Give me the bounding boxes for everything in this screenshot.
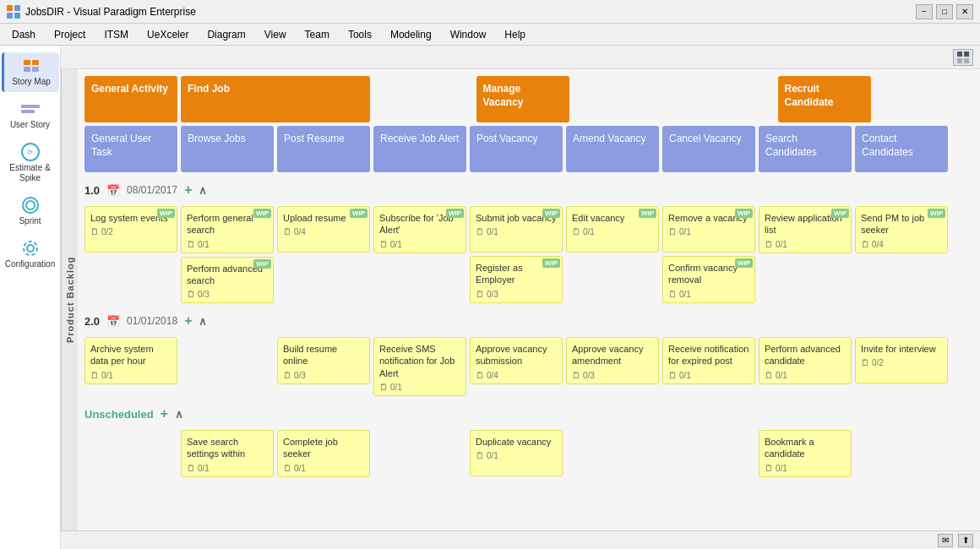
task-send-pm-job-seeker[interactable]: WIP Send PM to job seeker 🗒0/4 xyxy=(855,206,948,253)
menu-uexceler[interactable]: UeXceler xyxy=(139,26,197,43)
task-approve-vacancy-amendment[interactable]: Approve vacancy amendment 🗒0/3 xyxy=(566,337,659,384)
sprint-2-date: 01/01/2018 xyxy=(127,315,177,327)
sidebar-item-user-story[interactable]: User Story xyxy=(2,95,59,135)
sprint-2-collapse-button[interactable]: ∧ xyxy=(199,315,207,328)
epic-find-job[interactable]: Find Job xyxy=(181,76,370,122)
task-build-resume-online[interactable]: Build resume online 🗒0/3 xyxy=(277,337,370,384)
task-review-application-list[interactable]: WIP Review application list 🗒0/1 xyxy=(759,206,852,253)
task-upload-resume[interactable]: WIP Upload resume 🗒0/4 xyxy=(277,206,370,253)
story-post-vacancy[interactable]: Post Vacancy xyxy=(470,126,563,172)
epic-manage-vacancy[interactable]: Manage Vacancy xyxy=(476,76,569,122)
wip-badge: WIP xyxy=(253,259,271,269)
wip-badge: WIP xyxy=(735,209,753,218)
menu-diagram[interactable]: Diagram xyxy=(199,26,253,43)
task-footer: 🗒0/1 xyxy=(379,383,460,392)
close-button[interactable]: ✕ xyxy=(956,4,973,19)
menu-window[interactable]: Window xyxy=(442,26,495,43)
unscheduled-col-4: Duplicate vacancy 🗒0/1 xyxy=(470,430,563,477)
maximize-button[interactable]: □ xyxy=(936,4,953,19)
task-confirm-vacancy-removal[interactable]: WIP Confirm vacancy removal 🗒0/1 xyxy=(662,256,755,303)
story-post-resume[interactable]: Post Resume xyxy=(277,126,370,172)
task-complete-job-seeker[interactable]: Complete job seeker 🗒0/1 xyxy=(277,430,370,477)
content-area: Product Backlog General Activity Find Jo… xyxy=(61,46,980,549)
task-footer: 🗒0/1 xyxy=(668,371,749,380)
sidebar-label-story-map: Story Map xyxy=(12,77,51,87)
menu-help[interactable]: Help xyxy=(496,26,534,43)
sidebar-item-configuration[interactable]: Configuration xyxy=(2,235,59,274)
task-submit-job-vacancy[interactable]: WIP Submit job vacancy 🗒0/1 xyxy=(470,206,563,253)
task-footer: 🗒0/1 xyxy=(765,371,846,380)
sidebar-item-sprint[interactable]: Sprint xyxy=(2,192,59,231)
unscheduled-col-0 xyxy=(84,430,177,477)
svg-rect-0 xyxy=(7,5,13,11)
task-invite-for-interview[interactable]: Invite for interview 🗒0/2 xyxy=(855,337,948,383)
sprint-2-col-7: Perform advanced candidate 🗒0/1 xyxy=(759,337,852,396)
task-receive-notification-expired-post[interactable]: Receive notification for expired post 🗒0… xyxy=(662,337,755,384)
sprint-2-col-5: Approve vacancy amendment 🗒0/3 xyxy=(566,337,659,396)
story-receive-job-alert[interactable]: Receive Job Alert xyxy=(373,126,466,172)
task-edit-vacancy[interactable]: WIP Edit vacancy 🗒0/1 xyxy=(566,206,659,253)
status-bar: ✉ ⬆ xyxy=(61,530,980,549)
task-footer: 🗒0/1 xyxy=(668,290,749,299)
export-icon[interactable]: ⬆ xyxy=(958,534,973,547)
menu-tools[interactable]: Tools xyxy=(340,26,380,43)
task-perform-advanced-search[interactable]: WIP Perform advanced search 🗒0/3 xyxy=(181,257,274,304)
wip-badge: WIP xyxy=(928,209,945,218)
board-main[interactable]: General Activity Find Job Manage Vacancy… xyxy=(78,69,980,530)
story-amend-vacancy[interactable]: Amend Vacancy xyxy=(566,126,659,172)
task-title: Save search settings within xyxy=(187,436,268,460)
menu-team[interactable]: Team xyxy=(297,26,338,43)
task-bookmark-candidate[interactable]: Bookmark a candidate 🗒0/1 xyxy=(759,430,852,477)
task-receive-sms-notification[interactable]: Receive SMS notification for Job Alert 🗒… xyxy=(373,337,466,396)
story-contact-candidates[interactable]: Contact Candidates xyxy=(855,126,948,172)
task-duplicate-vacancy[interactable]: Duplicate vacancy 🗒0/1 xyxy=(470,430,563,476)
menu-dash[interactable]: Dash xyxy=(3,26,44,43)
unscheduled-add-button[interactable]: + xyxy=(161,406,168,421)
layout-toggle-button[interactable] xyxy=(953,49,973,66)
unscheduled-collapse-button[interactable]: ∧ xyxy=(175,408,183,421)
sprint-2-col-4: Approve vacancy submission 🗒0/4 xyxy=(470,337,563,396)
sprint-2-id: 2.0 xyxy=(84,315,100,328)
sprint-1-col-6: WIP Remove a vacancy 🗒0/1 WIP Confirm va… xyxy=(662,206,755,303)
task-subscribe-job-alert[interactable]: WIP Subscribe for 'Job Alert' 🗒0/1 xyxy=(373,206,466,253)
task-footer: 🗒0/4 xyxy=(283,227,364,236)
menu-itsm[interactable]: ITSM xyxy=(95,26,137,43)
menu-modeling[interactable]: Modeling xyxy=(382,26,440,43)
task-perform-advanced-candidate[interactable]: Perform advanced candidate 🗒0/1 xyxy=(759,337,852,384)
task-perform-general-search[interactable]: WIP Perform general search 🗒0/1 xyxy=(181,206,274,253)
epic-general-activity[interactable]: General Activity xyxy=(84,76,177,122)
unscheduled-header: Unscheduled + ∧ xyxy=(84,403,973,425)
mail-icon[interactable]: ✉ xyxy=(938,534,953,547)
sprint-1-task-grid: WIP Log system events 🗒0/2 WIP xyxy=(84,206,973,303)
user-story-icon xyxy=(19,101,42,117)
sidebar-item-estimate[interactable]: ⟳ Estimate & Spike xyxy=(2,139,59,188)
task-remove-vacancy[interactable]: WIP Remove a vacancy 🗒0/1 xyxy=(662,206,755,253)
menu-view[interactable]: View xyxy=(256,26,295,43)
sprint-1-add-button[interactable]: + xyxy=(184,182,192,198)
svg-rect-3 xyxy=(14,13,20,19)
menu-project[interactable]: Project xyxy=(46,26,94,43)
task-approve-vacancy-submission[interactable]: Approve vacancy submission 🗒0/4 xyxy=(470,337,563,384)
task-footer: 🗒0/3 xyxy=(283,371,364,380)
story-cancel-vacancy[interactable]: Cancel Vacancy xyxy=(662,126,755,172)
task-save-search-settings[interactable]: Save search settings within 🗒0/1 xyxy=(181,430,274,477)
calendar-icon-1: 📅 xyxy=(106,184,120,197)
sprint-1-id: 1.0 xyxy=(84,184,100,197)
unscheduled-col-3 xyxy=(373,430,466,477)
story-search-candidates[interactable]: Search Candidates xyxy=(759,126,852,172)
minimize-button[interactable]: − xyxy=(916,4,933,19)
product-backlog-label: Product Backlog xyxy=(61,69,78,530)
story-browse-jobs[interactable]: Browse Jobs xyxy=(181,126,274,172)
sprint-1-col-0: WIP Log system events 🗒0/2 xyxy=(84,206,177,303)
task-log-system-events[interactable]: WIP Log system events 🗒0/2 xyxy=(84,206,177,253)
board-container: Product Backlog General Activity Find Jo… xyxy=(61,69,980,530)
epic-recruit-candidate[interactable]: Recruit Candidate xyxy=(778,76,871,122)
task-register-as-employer[interactable]: WIP Register as Employer 🗒0/3 xyxy=(470,256,563,303)
task-archive-system-data[interactable]: Archive system data per hour 🗒0/1 xyxy=(84,337,177,384)
story-general-user-task[interactable]: General User Task xyxy=(84,126,177,172)
sprint-2-add-button[interactable]: + xyxy=(184,313,192,329)
svg-point-6 xyxy=(27,245,34,252)
unscheduled-col-8 xyxy=(855,430,948,477)
sidebar-item-story-map[interactable]: Story Map xyxy=(2,52,59,92)
sprint-1-collapse-button[interactable]: ∧ xyxy=(199,184,207,197)
